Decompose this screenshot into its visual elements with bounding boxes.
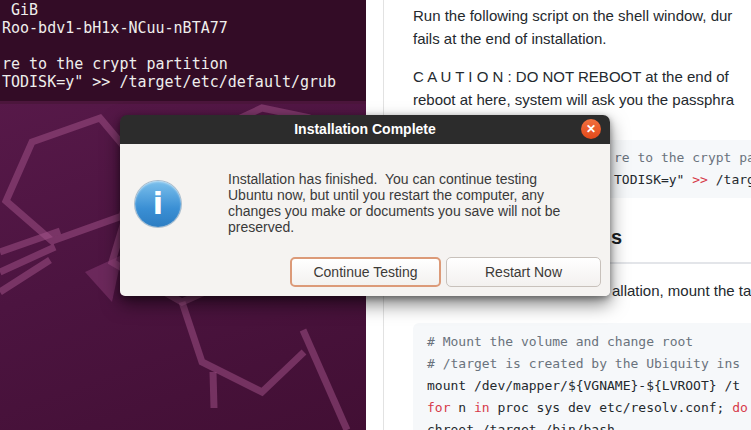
code-line: # /target is created by the Ubiquity ins	[427, 356, 740, 372]
dialog-body: i Installation has finished. You can con…	[120, 144, 610, 296]
doc-paragraph-line: reboot at here, system will ask you the …	[413, 91, 734, 108]
code-line: chroot /target /bin/bash	[427, 422, 615, 430]
code-block: # Mount the volume and change root # /ta…	[413, 323, 751, 430]
dialog-message-line: Ubuntu now, but until you restart the co…	[228, 187, 560, 203]
code-line: # Mount the volume and change root	[427, 334, 693, 350]
code-line: re to the crypt pa	[614, 150, 751, 166]
terminal-line: GiB	[2, 1, 38, 19]
terminal-window[interactable]: GiB Roo-bdv1-bH1x-NCuu-nBTA77 re to the …	[0, 0, 366, 104]
restart-now-button[interactable]: Restart Now	[446, 257, 601, 287]
section-heading-fragment: s	[611, 226, 622, 249]
dialog-message-line: changes you make or documents you save w…	[228, 203, 560, 219]
terminal-line: TODISK=y" >> /target/etc/default/grub	[2, 73, 336, 91]
dialog-titlebar[interactable]: Installation Complete ✕	[120, 115, 610, 144]
dialog-message: Installation has finished. You can conti…	[228, 171, 560, 235]
dialog-message-line: preserved.	[228, 219, 560, 235]
installation-complete-dialog: Installation Complete ✕ i Installation h…	[120, 115, 610, 296]
doc-paragraph-line: allation, mount the ta	[612, 282, 751, 299]
close-button[interactable]: ✕	[581, 119, 601, 139]
code-line: mount /dev/mapper/${VGNAME}-${LVROOT} /t	[427, 378, 740, 394]
dialog-title: Installation Complete	[120, 115, 610, 144]
doc-paragraph-line: Run the following script on the shell wi…	[413, 7, 732, 24]
dialog-message-line: Installation has finished. You can conti…	[228, 171, 560, 187]
close-icon: ✕	[586, 122, 596, 136]
info-icon: i	[135, 181, 181, 227]
doc-paragraph-line: C A U T I O N : DO NOT REBOOT at the end…	[413, 68, 729, 85]
continue-testing-button[interactable]: Continue Testing	[290, 257, 441, 287]
terminal-line: re to the crypt partition	[2, 55, 228, 73]
code-line: TODISK=y" >> /targ	[614, 172, 751, 188]
terminal-line: Roo-bdv1-bH1x-NCuu-nBTA77	[2, 19, 228, 37]
code-line: for n in proc sys dev etc/resolv.conf; d…	[427, 400, 748, 416]
doc-paragraph-line: fails at the end of installation.	[413, 30, 606, 47]
